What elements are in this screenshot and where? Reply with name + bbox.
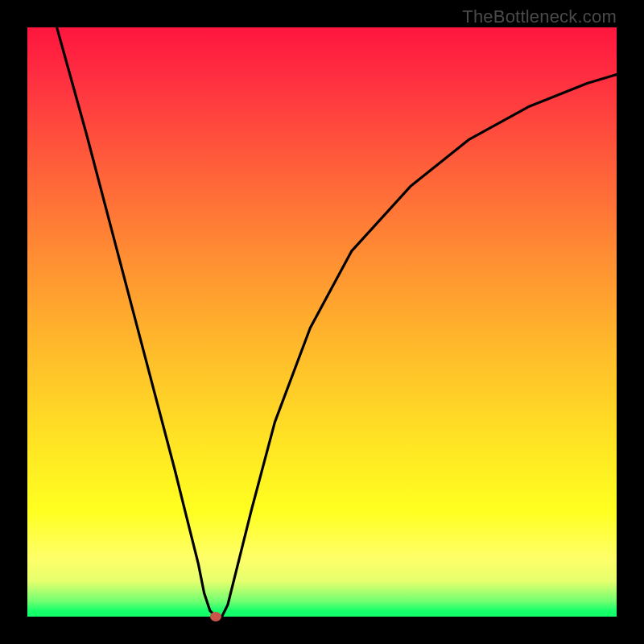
minimum-marker-dot bbox=[210, 612, 221, 621]
chart-frame: TheBottleneck.com bbox=[0, 0, 644, 644]
bottleneck-curve bbox=[27, 27, 617, 617]
watermark-text: TheBottleneck.com bbox=[462, 6, 617, 27]
plot-area bbox=[27, 27, 617, 617]
